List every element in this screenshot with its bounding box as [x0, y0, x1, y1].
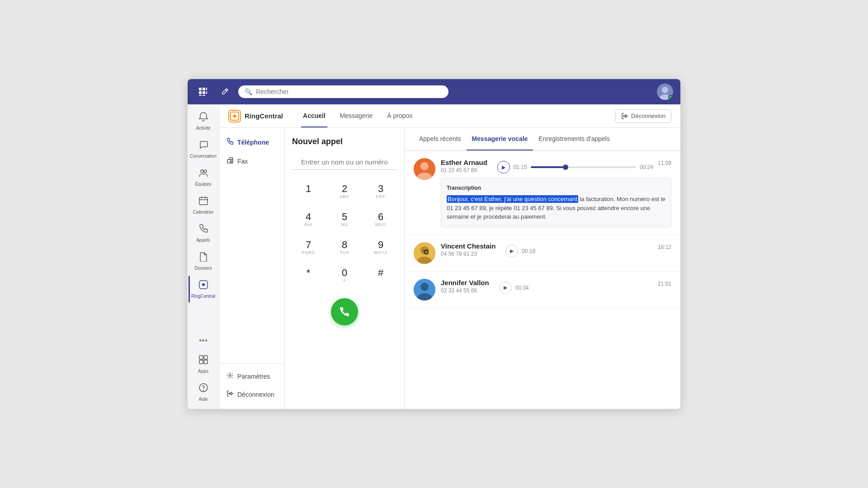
sidebar-item-dossiers[interactable]: Dossiers: [189, 248, 217, 274]
dial-key-4[interactable]: 4GHI: [292, 207, 325, 231]
sec-sidebar-fax[interactable]: Fax: [219, 152, 284, 170]
svg-rect-0: [199, 88, 202, 90]
brand-name: RingCentral: [245, 112, 283, 120]
avatar-jennifer: [414, 279, 435, 300]
deconnexion-sec-label: Déconnexion: [237, 391, 274, 398]
svg-rect-5: [206, 91, 207, 94]
dial-key-1[interactable]: 1: [292, 179, 325, 203]
transcription-text-esther: Bonjour, c'est Esther, j'ai une question…: [447, 195, 665, 221]
grid-icon[interactable]: [195, 87, 211, 97]
dial-key-7[interactable]: 7PQRS: [292, 235, 325, 259]
fax-icon: [226, 157, 234, 166]
ringcentral-icon: [198, 280, 208, 292]
dial-key-0[interactable]: 0+: [328, 263, 361, 287]
tab-accueil[interactable]: Accueil: [301, 105, 327, 127]
svg-rect-20: [199, 360, 203, 364]
sidebar-item-ringcentral[interactable]: RingCentral: [189, 276, 218, 302]
vm-phone-jennifer: 02 33 44 55 66: [441, 287, 489, 294]
vm-phone-esther: 01 23 45 67 89: [441, 167, 487, 174]
dial-key-8[interactable]: 8TUV: [328, 235, 361, 259]
parametres-label: Paramètres: [237, 373, 270, 380]
parametres-icon: [226, 372, 234, 381]
right-tabs: Appels récents Messagerie vocale Enregis…: [405, 128, 680, 151]
phone-icon: [198, 224, 208, 236]
deconnexion-sec-icon: [226, 390, 234, 399]
content-area: RingCentral Accueil Messagerie À propos …: [219, 104, 680, 409]
vm-duration-jennifer: 00:34: [515, 285, 529, 291]
more-options-icon[interactable]: •••: [195, 333, 211, 349]
voicemail-item-vincent: Vincent Chestain 04 56 78 91 23 ▶ 00:18 …: [405, 235, 680, 272]
tab-enregistrements[interactable]: Enregistrements d'appels: [533, 128, 615, 150]
sec-sidebar-parametres[interactable]: Paramètres: [219, 367, 284, 385]
deconnexion-label: Déconnexion: [631, 113, 665, 119]
play-button-jennifer[interactable]: ▶: [499, 282, 512, 294]
vm-time-jennifer: 21:01: [658, 281, 671, 287]
svg-point-28: [229, 375, 231, 376]
sidebar-item-aide[interactable]: Aide: [189, 379, 217, 405]
telephone-label: Téléphone: [237, 139, 269, 146]
conversation-label: Conversation: [190, 154, 217, 159]
dial-key-5[interactable]: 5JKL: [328, 207, 361, 231]
activite-label: Activité: [196, 126, 210, 131]
svg-rect-18: [199, 356, 203, 359]
vm-player-vincent: ▶ 00:18: [505, 245, 653, 258]
sec-sidebar-deconnexion[interactable]: Déconnexion: [219, 385, 284, 404]
help-icon: [198, 383, 208, 395]
svg-point-11: [201, 170, 203, 173]
right-panel: Appels récents Messagerie vocale Enregis…: [405, 128, 680, 409]
play-button-vincent[interactable]: ▶: [505, 245, 518, 258]
search-icon: 🔍: [245, 88, 252, 95]
svg-point-23: [203, 390, 203, 391]
tab-messagerie-vocale[interactable]: Messagerie vocale: [467, 128, 533, 150]
dossiers-label: Dossiers: [194, 266, 212, 271]
sec-sidebar-telephone[interactable]: Téléphone: [219, 133, 284, 151]
sidebar-item-activite[interactable]: Activité: [189, 108, 217, 134]
user-avatar[interactable]: [657, 84, 673, 100]
dial-key-3[interactable]: 3DEF: [364, 179, 397, 203]
sidebar-item-conversation[interactable]: Conversation: [189, 136, 217, 162]
avatar-esther: [414, 158, 435, 180]
dial-key-2[interactable]: 2ABC: [328, 179, 361, 203]
tab-apropos[interactable]: À propos: [385, 105, 414, 127]
dial-key-9[interactable]: 9WXYZ: [364, 235, 397, 259]
sidebar-item-apps[interactable]: Apps: [189, 351, 217, 377]
vm-info-esther: Esther Arnaud 01 23 45 67 89 ▶ 01:15: [441, 158, 671, 227]
sidebar-item-appels[interactable]: Appels: [189, 220, 217, 246]
search-input[interactable]: [256, 88, 442, 95]
svg-rect-13: [199, 197, 208, 205]
dialpad-panel: Nouvel appel 1 2ABC 3DEF 4GHI 5JKL 6MNO …: [285, 128, 405, 409]
vm-name-esther: Esther Arnaud: [441, 159, 487, 166]
transcription-box-esther: Transcription Bonjour, c'est Esther, j'a…: [441, 178, 671, 227]
teams-icon: [198, 168, 208, 180]
progress-bar-esther[interactable]: [531, 166, 636, 168]
svg-rect-7: [203, 95, 205, 96]
dial-key-6[interactable]: 6MNO: [364, 207, 397, 231]
compose-icon[interactable]: [217, 87, 233, 96]
transcription-highlight: Bonjour, c'est Esther, j'ai une question…: [447, 195, 578, 203]
voicemail-item-jennifer: Jennifer Vallon 02 33 44 55 66 ▶ 00:34 2…: [405, 272, 680, 308]
play-button-esther[interactable]: ▶: [497, 161, 510, 174]
calendrier-label: Calendrier: [193, 210, 213, 215]
tab-messagerie[interactable]: Messagerie: [338, 105, 374, 127]
dialpad-input[interactable]: [292, 155, 397, 170]
sidebar-item-equipes[interactable]: Équipes: [189, 164, 217, 190]
main-area: Activité Conversation Éq: [188, 104, 680, 409]
tab-appels-recents[interactable]: Appels récents: [414, 128, 467, 150]
vm-player-jennifer: ▶ 00:34: [499, 282, 653, 294]
progress-dot-esther: [563, 164, 568, 170]
deconnexion-button[interactable]: Déconnexion: [615, 109, 671, 123]
call-button[interactable]: [331, 298, 358, 325]
vm-info-jennifer: Jennifer Vallon 02 33 44 55 66 ▶ 00:34 2…: [441, 279, 671, 294]
vm-duration-vincent: 00:18: [522, 248, 535, 254]
vm-name-vincent: Vincent Chestain: [441, 242, 495, 250]
svg-rect-19: [204, 356, 208, 359]
sidebar-item-calendrier[interactable]: Calendrier: [189, 192, 217, 218]
svg-rect-26: [229, 158, 233, 160]
dial-key-star[interactable]: *: [292, 263, 325, 287]
appels-label: Appels: [196, 238, 210, 243]
dial-key-hash[interactable]: #: [364, 263, 397, 287]
vm-played-esther: 00:24: [640, 164, 653, 170]
brand-logo: [228, 110, 241, 122]
svg-rect-2: [206, 88, 207, 90]
dialpad-grid: 1 2ABC 3DEF 4GHI 5JKL 6MNO 7PQRS 8TUV 9W…: [292, 179, 397, 287]
